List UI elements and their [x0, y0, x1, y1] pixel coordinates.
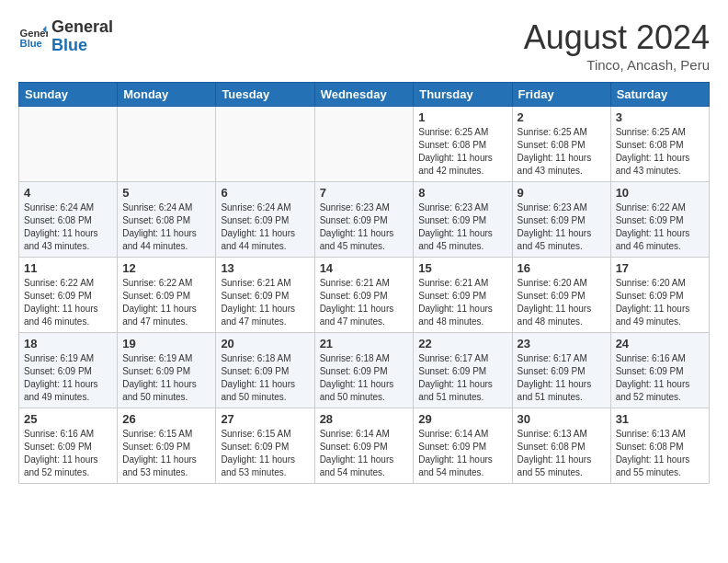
logo-general: General	[51, 18, 113, 37]
day-info: Sunrise: 6:14 AM Sunset: 6:09 PM Dayligh…	[320, 428, 409, 479]
weekday-header-sunday: Sunday	[19, 83, 118, 107]
day-info: Sunrise: 6:24 AM Sunset: 6:08 PM Dayligh…	[24, 201, 112, 253]
day-number: 19	[122, 337, 210, 350]
day-number: 20	[221, 337, 309, 350]
day-info: Sunrise: 6:23 AM Sunset: 6:09 PM Dayligh…	[518, 201, 606, 253]
day-cell-28: 28Sunrise: 6:14 AM Sunset: 6:09 PM Dayli…	[314, 408, 414, 484]
weekday-header-thursday: Thursday	[414, 83, 512, 107]
day-info: Sunrise: 6:24 AM Sunset: 6:09 PM Dayligh…	[221, 201, 309, 253]
day-cell-30: 30Sunrise: 6:13 AM Sunset: 6:08 PM Dayli…	[512, 408, 610, 484]
day-info: Sunrise: 6:25 AM Sunset: 6:08 PM Dayligh…	[616, 126, 704, 178]
day-number: 12	[122, 261, 210, 275]
day-cell-22: 22Sunrise: 6:17 AM Sunset: 6:09 PM Dayli…	[414, 333, 512, 408]
day-info: Sunrise: 6:19 AM Sunset: 6:09 PM Dayligh…	[24, 352, 112, 404]
day-info: Sunrise: 6:15 AM Sunset: 6:09 PM Dayligh…	[221, 428, 309, 479]
day-cell-25: 25Sunrise: 6:16 AM Sunset: 6:09 PM Dayli…	[19, 408, 118, 484]
day-info: Sunrise: 6:19 AM Sunset: 6:09 PM Dayligh…	[122, 352, 210, 404]
day-info: Sunrise: 6:24 AM Sunset: 6:08 PM Dayligh…	[122, 201, 210, 253]
logo-icon: General Blue	[18, 22, 48, 52]
day-cell-1: 1Sunrise: 6:25 AM Sunset: 6:08 PM Daylig…	[414, 107, 512, 182]
day-cell-10: 10Sunrise: 6:22 AM Sunset: 6:09 PM Dayli…	[610, 182, 709, 258]
day-info: Sunrise: 6:21 AM Sunset: 6:09 PM Dayligh…	[221, 277, 309, 328]
day-info: Sunrise: 6:17 AM Sunset: 6:09 PM Dayligh…	[418, 352, 506, 404]
day-info: Sunrise: 6:18 AM Sunset: 6:09 PM Dayligh…	[320, 352, 409, 404]
day-number: 26	[122, 412, 210, 426]
day-info: Sunrise: 6:13 AM Sunset: 6:08 PM Dayligh…	[518, 428, 606, 479]
day-number: 6	[221, 186, 309, 200]
day-cell-15: 15Sunrise: 6:21 AM Sunset: 6:09 PM Dayli…	[414, 258, 512, 333]
day-info: Sunrise: 6:13 AM Sunset: 6:08 PM Dayligh…	[616, 428, 704, 479]
day-info: Sunrise: 6:22 AM Sunset: 6:09 PM Dayligh…	[616, 201, 704, 253]
calendar: SundayMondayTuesdayWednesdayThursdayFrid…	[18, 82, 710, 484]
day-number: 23	[518, 337, 606, 350]
day-number: 31	[616, 412, 704, 426]
logo-text: General Blue	[51, 18, 113, 55]
day-cell-14: 14Sunrise: 6:21 AM Sunset: 6:09 PM Dayli…	[314, 258, 414, 333]
page-header: General Blue General Blue August 2024 Ti…	[18, 18, 710, 73]
empty-cell	[19, 107, 118, 182]
day-cell-7: 7Sunrise: 6:23 AM Sunset: 6:09 PM Daylig…	[314, 182, 414, 258]
day-number: 10	[616, 186, 704, 200]
day-cell-4: 4Sunrise: 6:24 AM Sunset: 6:08 PM Daylig…	[19, 182, 118, 258]
day-info: Sunrise: 6:18 AM Sunset: 6:09 PM Dayligh…	[221, 352, 309, 404]
week-row-1: 1Sunrise: 6:25 AM Sunset: 6:08 PM Daylig…	[19, 107, 710, 182]
day-cell-18: 18Sunrise: 6:19 AM Sunset: 6:09 PM Dayli…	[19, 333, 118, 408]
day-number: 24	[616, 337, 704, 350]
day-cell-20: 20Sunrise: 6:18 AM Sunset: 6:09 PM Dayli…	[216, 333, 314, 408]
day-cell-5: 5Sunrise: 6:24 AM Sunset: 6:08 PM Daylig…	[118, 182, 216, 258]
day-info: Sunrise: 6:20 AM Sunset: 6:09 PM Dayligh…	[518, 277, 606, 328]
day-number: 7	[320, 186, 409, 200]
day-info: Sunrise: 6:23 AM Sunset: 6:09 PM Dayligh…	[320, 201, 409, 253]
day-number: 28	[320, 412, 409, 426]
day-number: 30	[518, 412, 606, 426]
day-number: 16	[518, 261, 606, 275]
day-number: 25	[24, 412, 112, 426]
day-info: Sunrise: 6:16 AM Sunset: 6:09 PM Dayligh…	[616, 352, 704, 404]
day-info: Sunrise: 6:21 AM Sunset: 6:09 PM Dayligh…	[418, 277, 506, 328]
week-row-2: 4Sunrise: 6:24 AM Sunset: 6:08 PM Daylig…	[19, 182, 710, 258]
day-number: 15	[418, 261, 506, 275]
day-cell-6: 6Sunrise: 6:24 AM Sunset: 6:09 PM Daylig…	[216, 182, 314, 258]
day-info: Sunrise: 6:14 AM Sunset: 6:09 PM Dayligh…	[418, 428, 506, 479]
day-number: 27	[221, 412, 309, 426]
empty-cell	[118, 107, 216, 182]
day-info: Sunrise: 6:15 AM Sunset: 6:09 PM Dayligh…	[122, 428, 210, 479]
day-cell-29: 29Sunrise: 6:14 AM Sunset: 6:09 PM Dayli…	[414, 408, 512, 484]
day-info: Sunrise: 6:22 AM Sunset: 6:09 PM Dayligh…	[24, 277, 112, 328]
day-cell-21: 21Sunrise: 6:18 AM Sunset: 6:09 PM Dayli…	[314, 333, 414, 408]
empty-cell	[216, 107, 314, 182]
empty-cell	[314, 107, 414, 182]
weekday-header-wednesday: Wednesday	[314, 83, 414, 107]
day-number: 21	[320, 337, 409, 350]
day-cell-16: 16Sunrise: 6:20 AM Sunset: 6:09 PM Dayli…	[512, 258, 610, 333]
day-info: Sunrise: 6:25 AM Sunset: 6:08 PM Dayligh…	[418, 126, 506, 178]
day-cell-11: 11Sunrise: 6:22 AM Sunset: 6:09 PM Dayli…	[19, 258, 118, 333]
day-cell-17: 17Sunrise: 6:20 AM Sunset: 6:09 PM Dayli…	[610, 258, 709, 333]
day-cell-2: 2Sunrise: 6:25 AM Sunset: 6:08 PM Daylig…	[512, 107, 610, 182]
day-number: 11	[24, 261, 112, 275]
day-number: 22	[418, 337, 506, 350]
week-row-4: 18Sunrise: 6:19 AM Sunset: 6:09 PM Dayli…	[19, 333, 710, 408]
day-info: Sunrise: 6:20 AM Sunset: 6:09 PM Dayligh…	[616, 277, 704, 328]
day-cell-24: 24Sunrise: 6:16 AM Sunset: 6:09 PM Dayli…	[610, 333, 709, 408]
day-cell-31: 31Sunrise: 6:13 AM Sunset: 6:08 PM Dayli…	[610, 408, 709, 484]
day-number: 8	[418, 186, 506, 200]
weekday-header-friday: Friday	[512, 83, 610, 107]
day-number: 14	[320, 261, 409, 275]
day-cell-27: 27Sunrise: 6:15 AM Sunset: 6:09 PM Dayli…	[216, 408, 314, 484]
day-cell-12: 12Sunrise: 6:22 AM Sunset: 6:09 PM Dayli…	[118, 258, 216, 333]
title-block: August 2024 Tinco, Ancash, Peru	[524, 18, 710, 73]
day-info: Sunrise: 6:22 AM Sunset: 6:09 PM Dayligh…	[122, 277, 210, 328]
day-info: Sunrise: 6:23 AM Sunset: 6:09 PM Dayligh…	[418, 201, 506, 253]
day-number: 18	[24, 337, 112, 350]
day-number: 3	[616, 110, 704, 124]
day-info: Sunrise: 6:17 AM Sunset: 6:09 PM Dayligh…	[518, 352, 606, 404]
day-info: Sunrise: 6:16 AM Sunset: 6:09 PM Dayligh…	[24, 428, 112, 479]
weekday-header-tuesday: Tuesday	[216, 83, 314, 107]
day-number: 29	[418, 412, 506, 426]
weekday-header-saturday: Saturday	[610, 83, 709, 107]
day-number: 5	[122, 186, 210, 200]
weekday-header-row: SundayMondayTuesdayWednesdayThursdayFrid…	[19, 83, 710, 107]
location: Tinco, Ancash, Peru	[524, 57, 710, 73]
day-cell-8: 8Sunrise: 6:23 AM Sunset: 6:09 PM Daylig…	[414, 182, 512, 258]
